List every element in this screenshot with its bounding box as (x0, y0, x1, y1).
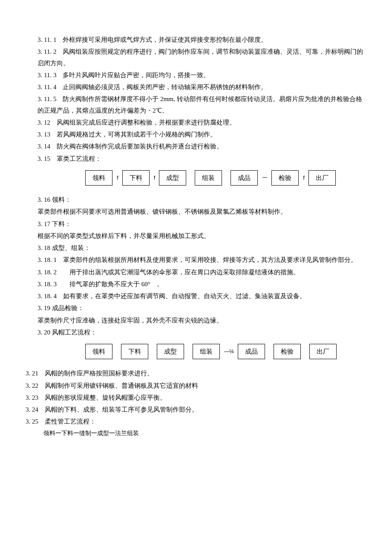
para-3-13: 3. 13 若风阀规格过大，可将其割成若干个小规格的阀门制作。 (37, 129, 366, 140)
para-3-17-body: 根据不同的罩类型式放样后下料，并尽量采用机械加工形式。 (37, 230, 366, 241)
para-3-15: 3. 15 罩类工艺流程： (37, 153, 366, 164)
flow2-step-0: 领料 (85, 344, 112, 359)
flow2-arrow-3: —¼ (224, 347, 233, 357)
flow1-arrow-0: f (117, 173, 118, 183)
flow1-step-5: 检验 (271, 170, 299, 186)
para-3-16-body: 罩类部件根据不同要求可选用普通钢板、镀锌钢板、不锈钢板及聚氯乙烯板等材料制作。 (37, 206, 366, 217)
para-3-17: 3. 17 下料： (37, 218, 366, 230)
para-3-11-2: 3. 11. 2 风阀组装应按照规定的程序进行，阀门的制作应车间，调节和制动装置… (37, 46, 366, 69)
flow2-step-6: 出厂 (309, 344, 337, 359)
para-3-11-5: 3. 11. 5 防火阀制作所需钢材厚度不得小于 2mm, 转动部件有任何时候都… (37, 93, 366, 116)
para-3-11-3: 3. 11. 3 多叶片风阀叶片应贴合严密，间距均匀，搭接一致。 (37, 70, 366, 81)
para-3-14: 3. 14 防火阀在阀体制作完成后要加装执行机构并逐台进行检验。 (37, 141, 366, 152)
para-3-23: 3. 23 风帽的形状应规整、旋转风帽重心应平衡。 (26, 392, 366, 403)
para-3-24: 3. 24 风帽的下料、成形、组装等工序可参见风管制作部分。 (26, 404, 366, 415)
para-3-18-3: 3. 18. 3 排气罩的扩散角不应大于 60° 。 (37, 279, 366, 290)
flow-chart-2: 领料 下料 成型 组装 —¼ 成品 检验 出厂 (85, 344, 366, 359)
para-3-20: 3. 20 风帽工艺流程： (37, 327, 366, 338)
flow2-step-1: 下料 (121, 344, 148, 359)
flow1-step-2: 成型 (159, 170, 186, 186)
flow1-step-1: 下料 (122, 170, 150, 186)
para-3-19-body: 罩类制作尺寸应准确，连接处应牢固，其外壳不应有尖锐的边缘。 (37, 315, 366, 326)
flow1-arrow-4: 一 (262, 173, 267, 183)
para-3-18-1: 3. 18. 1 罩类部件的组装根据所用材料及使用要求，可采用咬接、焊接等方式，… (37, 254, 366, 265)
flow2-step-5: 检验 (274, 344, 301, 359)
flow2-step-4: 成品 (238, 344, 265, 359)
flow-chart-1: 领料 f 下料 f 成型 组装 成品 一 检验 f 出厂 (85, 170, 366, 186)
para-3-22: 3. 22 风帽制作可采用镀锌钢板、普通钢板及其它适宜的材料 (26, 380, 366, 391)
flow1-arrow-5: f (303, 173, 304, 183)
para-3-18: 3. 18 成型、组装： (37, 242, 366, 253)
para-3-25-sub: 领料一下料一缝制一成型一法兰组装 (43, 428, 366, 439)
flow1-step-4: 成品 (231, 170, 258, 186)
para-3-25: 3. 25 柔性管工艺流程： (26, 416, 366, 427)
para-3-18-2: 3. 18. 2 用于排出蒸汽或其它潮湿气体的伞形罩，应在胃口内边采取排除凝结液… (37, 267, 366, 278)
flow1-step-0: 领料 (85, 170, 112, 186)
para-3-11-4: 3. 11. 4 止回阀阀轴必须灵活，阀板关闭严密，转动轴采用不易锈蚀的材料制作… (37, 81, 366, 93)
para-3-12: 3. 12 风阀组装完成后应进行调整和检验，并根据要求进行防腐处理。 (37, 117, 366, 128)
para-3-19: 3. 19 成品检验： (37, 302, 366, 314)
flow1-arrow-1: f (154, 173, 155, 183)
flow1-step-6: 出厂 (308, 170, 336, 186)
para-3-11-1: 3. 11. 1 外框焊接可采用电焊或气焊方式，并保证使其焊接变形控制在最小限度… (37, 34, 366, 45)
para-3-16: 3. 16 领料： (37, 194, 366, 205)
flow2-step-2: 成型 (157, 344, 184, 359)
para-3-21: 3. 21 风帽的制作应严格按照国标要求进行。 (26, 368, 366, 379)
para-3-18-4: 3. 18. 4 如有要求，在罩类中还应加有调节阀、自动报警、自动灭火、过滤、集… (37, 291, 366, 302)
flow2-step-3: 组装 (193, 344, 220, 359)
flow1-step-3: 组装 (195, 170, 222, 186)
